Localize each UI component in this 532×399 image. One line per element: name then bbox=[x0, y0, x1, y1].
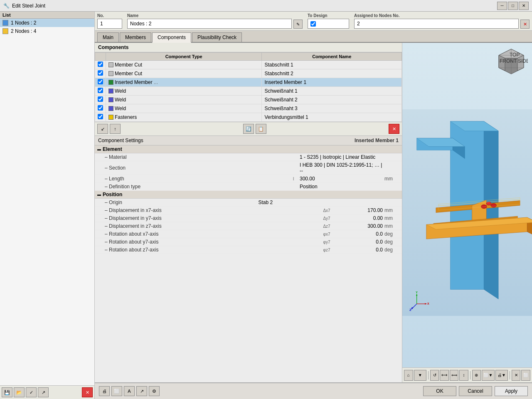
table-row-5[interactable]: WeldSchweißnaht 3 bbox=[95, 104, 402, 113]
row-checkbox-4[interactable] bbox=[98, 96, 103, 102]
action-right: OK Cancel Apply bbox=[423, 386, 528, 396]
svg-point-15 bbox=[486, 202, 491, 205]
list-item-2[interactable]: 2 Nodes : 4 bbox=[0, 27, 94, 35]
comp-color-6 bbox=[108, 115, 113, 120]
vp-pan-x-button[interactable]: ⟷ bbox=[440, 370, 449, 381]
nodes-value: 2 bbox=[354, 19, 519, 29]
position-value-3: 300.00 bbox=[333, 223, 383, 229]
components-section: Components Component Type Component Name… bbox=[95, 43, 402, 122]
settings-section: Component Settings Inserted Member 1 ▬ E… bbox=[95, 136, 402, 382]
main-container: List 1 Nodes : 22 Nodes : 4 💾 📂 ✓ ↗ ✕ No… bbox=[0, 12, 532, 399]
vp-config-button[interactable]: ⬜ bbox=[521, 370, 530, 381]
delete-node-button[interactable]: ✕ bbox=[520, 20, 530, 29]
export-button[interactable]: ↗ bbox=[38, 387, 49, 397]
position-unit-2: mm bbox=[383, 215, 399, 221]
comp-name-2: Inserted Member 1 bbox=[262, 78, 402, 87]
row-checkbox-2[interactable] bbox=[98, 79, 103, 84]
comp-color-4 bbox=[108, 97, 113, 102]
comp-type-4: Weld bbox=[115, 97, 126, 103]
design-checkbox[interactable] bbox=[310, 21, 316, 27]
col-check bbox=[95, 53, 106, 61]
row-checkbox-0[interactable] bbox=[98, 62, 103, 67]
no-value: 1 bbox=[97, 19, 122, 29]
row-checkbox-3[interactable] bbox=[98, 88, 103, 93]
maximize-button[interactable]: □ bbox=[508, 2, 518, 10]
open-button[interactable]: 📂 bbox=[14, 387, 25, 397]
element-group-header[interactable]: ▬ Element bbox=[95, 145, 402, 153]
copy-button[interactable]: 📋 bbox=[256, 124, 266, 134]
element-value-1: I HEB 300 | DIN 1025-2:1995-11; … | -- bbox=[300, 162, 383, 174]
settings-component-name: Inserted Member 1 bbox=[355, 138, 399, 143]
row-checkbox-5[interactable] bbox=[98, 105, 103, 111]
element-value-2: 300.00 bbox=[300, 176, 383, 182]
vp-home-button[interactable]: ⌂ bbox=[404, 370, 413, 381]
tab-plausibility[interactable]: Plausibility Check bbox=[192, 32, 242, 42]
vp-rotate-button[interactable]: ↺ bbox=[430, 370, 439, 381]
vp-close-button[interactable]: ✕ bbox=[512, 370, 521, 381]
refresh-button[interactable]: 🔄 bbox=[243, 124, 254, 134]
list-header: List bbox=[0, 12, 94, 19]
position-field-6: – Rotation about z7-axisφz70.0deg bbox=[95, 246, 402, 254]
position-label-5: – Rotation about y7-axis bbox=[105, 239, 320, 245]
element-field-2: – Lengthl300.00mm bbox=[95, 175, 402, 183]
name-field: Name Nodes : 2 ✎ bbox=[127, 13, 303, 29]
element-symbol-2: l bbox=[287, 177, 300, 181]
row-checkbox-1[interactable] bbox=[98, 70, 103, 76]
name-value: Nodes : 2 bbox=[127, 19, 292, 29]
table-row-3[interactable]: WeldSchweißnaht 1 bbox=[95, 87, 402, 96]
table-row-0[interactable]: Member CutStabschnitt 1 bbox=[95, 61, 402, 69]
element-label-1: – Section bbox=[105, 165, 287, 171]
element-field-1: – SectionI HEB 300 | DIN 1025-2:1995-11;… bbox=[95, 161, 402, 175]
tab-members[interactable]: Members bbox=[120, 32, 151, 42]
delete-button[interactable]: ✕ bbox=[82, 387, 93, 397]
position-field-4: – Rotation about x7-axisφx70.0deg bbox=[95, 230, 402, 238]
share-action-button[interactable]: ↗ bbox=[136, 386, 147, 396]
vp-pan-y-button[interactable]: ⟺ bbox=[450, 370, 459, 381]
tab-main[interactable]: Main bbox=[97, 32, 119, 42]
vp-render-button[interactable]: ⬜▼ bbox=[482, 370, 495, 381]
print-action-button[interactable]: 🖨 bbox=[99, 386, 110, 396]
add-component-button[interactable]: ↙ bbox=[97, 124, 108, 134]
ok-button[interactable]: OK bbox=[423, 386, 456, 396]
table-row-2[interactable]: Inserted Member ...Inserted Member 1 bbox=[95, 78, 402, 87]
nav-cube[interactable]: TOP FRONT SIDE bbox=[495, 47, 528, 80]
comp-type-3: Weld bbox=[115, 88, 126, 94]
table-row-4[interactable]: WeldSchweißnaht 2 bbox=[95, 96, 402, 104]
tab-components[interactable]: Components bbox=[152, 32, 191, 43]
view-action-button[interactable]: ⬜ bbox=[111, 386, 122, 396]
position-symbol-1: Δx7 bbox=[320, 208, 333, 213]
settings-action-button[interactable]: ⚙ bbox=[149, 386, 160, 396]
vp-view-button[interactable]: ▼ bbox=[414, 370, 427, 381]
window-controls: ─ □ ✕ bbox=[497, 2, 529, 10]
save-button[interactable]: 💾 bbox=[2, 387, 12, 397]
cancel-button[interactable]: Cancel bbox=[459, 386, 492, 396]
close-button[interactable]: ✕ bbox=[519, 2, 529, 10]
window-title: Edit Steel Joint bbox=[12, 3, 45, 9]
vp-print-button[interactable]: 🖨▼ bbox=[495, 370, 508, 381]
element-rows: – Material1 - S235 | Isotropic | Linear … bbox=[95, 153, 402, 191]
position-field-5: – Rotation about y7-axisφy70.0deg bbox=[95, 238, 402, 246]
scene-container: Y X Z bbox=[402, 43, 532, 382]
position-label-0: – Origin bbox=[105, 200, 246, 205]
comp-name-5: Schweißnaht 3 bbox=[262, 104, 402, 113]
comp-name-3: Schweißnaht 1 bbox=[262, 87, 402, 96]
position-group-header[interactable]: ▬ Position bbox=[95, 191, 402, 199]
element-unit-2: mm bbox=[383, 176, 399, 182]
list-item-1[interactable]: 1 Nodes : 2 bbox=[0, 19, 94, 27]
vp-zoom-button[interactable]: ⊕ bbox=[472, 370, 481, 381]
position-label-2: – Displacement in y7-axis bbox=[105, 215, 320, 221]
apply-button[interactable]: Apply bbox=[495, 386, 528, 396]
up-component-button[interactable]: ↑ bbox=[110, 124, 121, 134]
edit-name-button[interactable]: ✎ bbox=[293, 20, 303, 29]
row-checkbox-6[interactable] bbox=[98, 114, 103, 119]
vp-pan-z-button[interactable]: ↕ bbox=[459, 370, 468, 381]
table-row-1[interactable]: Member CutStabschnitt 2 bbox=[95, 69, 402, 78]
table-row-6[interactable]: FastenersVerbindungsmittel 1 bbox=[95, 113, 402, 122]
delete-component-button[interactable]: ✕ bbox=[389, 124, 399, 134]
tabs-bar: Main Members Components Plausibility Che… bbox=[95, 31, 532, 43]
position-unit-4: deg bbox=[383, 231, 399, 237]
element-collapse-icon: ▬ bbox=[97, 147, 101, 151]
minimize-button[interactable]: ─ bbox=[497, 2, 507, 10]
text-action-button[interactable]: A bbox=[124, 386, 135, 396]
check-button[interactable]: ✓ bbox=[26, 387, 37, 397]
